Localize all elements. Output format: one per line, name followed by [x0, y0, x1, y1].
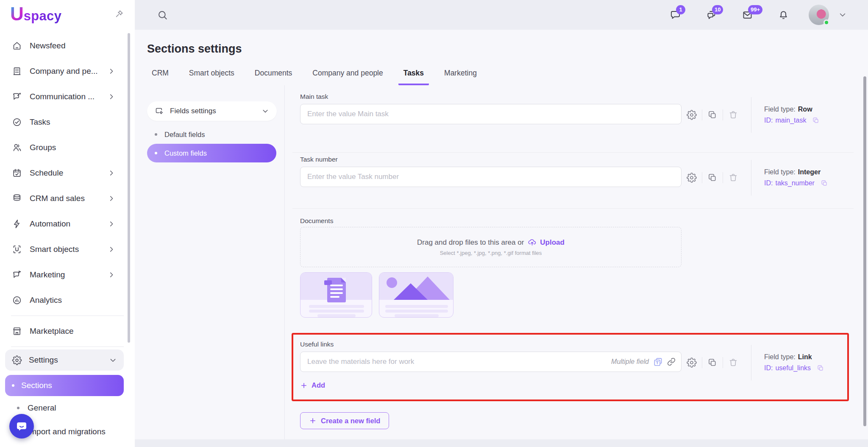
copy-id-icon[interactable]: [817, 364, 824, 372]
bullet-icon: [155, 152, 157, 154]
field-id: ID:taks_number: [764, 179, 828, 187]
bell-icon[interactable]: [778, 9, 789, 21]
sidebar-item-label: Analytics: [30, 296, 62, 305]
task-number-input[interactable]: [300, 167, 682, 187]
copy-id-icon[interactable]: [812, 117, 820, 124]
sidebar-nav: Newsfeed Company and pe... Communication…: [0, 28, 135, 313]
topbar-actions: 1 10 99+: [645, 5, 847, 25]
sidebar-scrollbar[interactable]: [128, 33, 130, 343]
sidebar-item-automation[interactable]: Automation: [0, 211, 135, 237]
database-icon: [12, 193, 22, 204]
main-scrollbar[interactable]: [863, 76, 866, 426]
duplicate-field-icon[interactable]: [707, 110, 718, 120]
field-row-useful-links: Useful links Multiple field: [300, 341, 847, 372]
chevron-right-icon: [108, 67, 115, 75]
tab-marketing[interactable]: Marketing: [439, 69, 482, 85]
file-preview-image[interactable]: [379, 272, 453, 318]
team-chats-icon[interactable]: 10: [706, 9, 717, 21]
logo-letter: U: [10, 5, 24, 23]
upload-link[interactable]: Upload: [528, 238, 565, 247]
mail-icon[interactable]: 99+: [742, 9, 753, 21]
duplicate-field-icon[interactable]: [707, 358, 718, 368]
sidebar-item-communication[interactable]: Communication ...: [0, 84, 135, 109]
smart-objects-icon: [12, 244, 22, 254]
tab-tasks[interactable]: Tasks: [398, 69, 429, 85]
sidebar: Uspacy Newsfeed Company and pe... Commun…: [0, 0, 135, 447]
row-divider: [292, 152, 854, 153]
storefront-icon: [12, 326, 22, 336]
search-icon[interactable]: [157, 9, 168, 21]
multiple-field-label: Multiple field: [611, 358, 649, 366]
highlight-red-box: Useful links Multiple field: [292, 333, 849, 401]
field-settings-gear-icon[interactable]: [687, 110, 697, 120]
people-icon: [12, 142, 22, 153]
topbar: 1 10 99+: [135, 0, 868, 30]
file-dropzone[interactable]: Drag and drop files to this area or Uplo…: [300, 227, 682, 267]
analytics-icon: [12, 295, 22, 305]
sidebar-item-tasks[interactable]: Tasks: [0, 109, 135, 135]
field-label: Documents: [300, 217, 868, 225]
lightning-icon: [12, 219, 22, 229]
field-type: Field type:Integer: [764, 168, 828, 176]
sidebar-item-label: CRM and sales: [30, 194, 85, 203]
delete-field-icon[interactable]: [728, 358, 738, 368]
add-link-button[interactable]: Add: [300, 381, 325, 389]
field-settings-gear-icon[interactable]: [687, 358, 697, 368]
document-icon: [327, 278, 346, 302]
tab-smart-objects[interactable]: Smart objects: [184, 69, 239, 85]
field-type: Field type:Row: [764, 106, 820, 113]
chevron-down-icon: [109, 356, 117, 364]
tab-documents[interactable]: Documents: [250, 69, 298, 85]
add-label: Add: [312, 381, 325, 389]
duplicate-field-icon[interactable]: [707, 173, 718, 183]
link-icon[interactable]: [667, 358, 676, 366]
sidebar-item-analytics[interactable]: Analytics: [0, 288, 135, 313]
avatar[interactable]: [809, 5, 829, 25]
field-type: Field type:Link: [764, 353, 824, 361]
field-id: ID:main_task: [764, 117, 820, 124]
fields-settings-dropdown[interactable]: Fields settings: [147, 101, 277, 121]
sidebar-item-smart-objects[interactable]: Smart objects: [0, 237, 135, 262]
plus-icon: [300, 382, 308, 389]
text-field-type-icon[interactable]: [653, 357, 663, 367]
fields-nav-item-default-fields[interactable]: Default fields: [147, 126, 276, 143]
app-window: Uspacy Newsfeed Company and pe... Commun…: [0, 0, 868, 447]
field-label: Main task: [300, 93, 868, 101]
custom-fields-list: Main task Field type:Row: [285, 85, 868, 439]
sidebar-item-label: Smart objects: [30, 245, 79, 254]
sidebar-item-company-and-people[interactable]: Company and pe...: [0, 59, 135, 84]
page-title: Sections settings: [147, 42, 868, 56]
sidebar-item-groups[interactable]: Groups: [0, 135, 135, 160]
delete-field-icon[interactable]: [728, 110, 738, 120]
sidebar-item-label: Import and migrations: [28, 427, 106, 436]
sidebar-item-marketing[interactable]: Marketing: [0, 262, 135, 288]
pin-sidebar-icon[interactable]: [114, 9, 124, 19]
tab-company-and-people[interactable]: Company and people: [307, 69, 388, 85]
file-preview-document[interactable]: [300, 272, 372, 318]
section-tabs: CRM Smart objects Documents Company and …: [147, 69, 868, 85]
field-row-documents: Documents Drag and drop files to this ar…: [300, 217, 868, 318]
tab-crm[interactable]: CRM: [147, 69, 174, 85]
sidebar-item-schedule[interactable]: Schedule: [0, 160, 135, 186]
team-chats-badge: 10: [712, 5, 723, 14]
chevron-down-icon[interactable]: [838, 11, 847, 19]
field-settings-gear-icon[interactable]: [687, 173, 697, 183]
sidebar-item-marketplace[interactable]: Marketplace: [0, 318, 135, 344]
main-task-input[interactable]: [300, 104, 682, 124]
chat-pen-icon: [12, 92, 22, 102]
sidebar-item-sections[interactable]: Sections: [5, 375, 124, 396]
marketing-bubble-icon: [12, 270, 22, 280]
copy-id-icon[interactable]: [821, 179, 828, 187]
sidebar-item-newsfeed[interactable]: Newsfeed: [0, 33, 135, 59]
chevron-right-icon: [108, 271, 115, 279]
support-chat-fab[interactable]: [9, 414, 34, 439]
sidebar-item-settings[interactable]: Settings: [5, 349, 124, 371]
delete-field-icon[interactable]: [728, 173, 738, 183]
fields-nav-item-custom-fields[interactable]: Custom fields: [147, 144, 276, 162]
uspacy-logo[interactable]: Uspacy: [10, 5, 61, 24]
create-new-field-button[interactable]: Create a new field: [300, 412, 389, 429]
sidebar-item-crm-and-sales[interactable]: CRM and sales: [0, 186, 135, 211]
field-row-task-number: Task number Field type:Integer: [300, 156, 868, 187]
logo-text: spacy: [24, 8, 61, 24]
chat-icon[interactable]: 1: [670, 9, 681, 21]
